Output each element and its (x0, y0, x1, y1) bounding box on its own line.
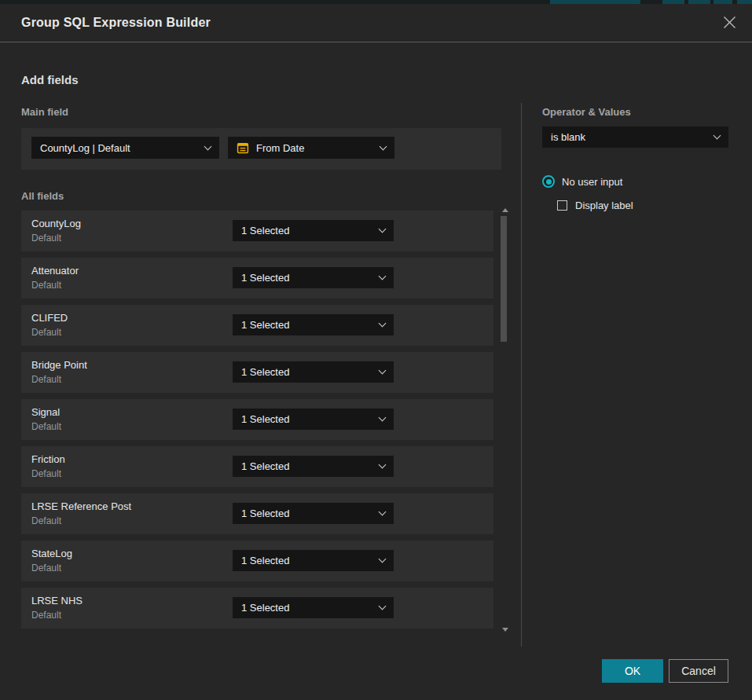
scrollbar-up-arrow-icon[interactable] (502, 208, 508, 212)
chevron-down-icon (204, 142, 212, 150)
chevron-down-icon (379, 225, 387, 233)
main-field-value: From Date (256, 142, 373, 154)
field-subtitle: Default (31, 374, 61, 385)
field-row: LRSE Reference Post Default 1 Selected (21, 493, 493, 534)
group-sql-expression-builder-dialog: Group SQL Expression Builder Add fields … (0, 4, 752, 700)
field-selection-dropdown[interactable]: 1 Selected (233, 409, 394, 430)
operator-values-heading: Operator & Values (542, 106, 631, 118)
chevron-down-icon (713, 132, 721, 140)
field-selection-value: 1 Selected (241, 460, 380, 472)
chevron-down-icon (379, 461, 387, 469)
field-name: Signal (31, 406, 60, 418)
field-selection-value: 1 Selected (241, 508, 380, 519)
layer-source-dropdown[interactable]: CountyLog | Default (31, 137, 219, 159)
chevron-down-icon (379, 555, 387, 563)
scrollbar-down-arrow-icon[interactable] (502, 628, 508, 632)
field-name: Bridge Point (31, 359, 87, 371)
chevron-down-icon (379, 273, 387, 280)
field-name: CountyLog (31, 218, 81, 229)
field-selection-dropdown[interactable]: 1 Selected (233, 220, 394, 241)
field-selection-dropdown[interactable]: 1 Selected (233, 597, 394, 618)
dialog-titlebar: Group SQL Expression Builder (0, 4, 752, 42)
scrollbar-thumb[interactable] (501, 216, 507, 342)
close-icon (723, 16, 736, 32)
main-field-panel: CountyLog | Default From Date (21, 128, 501, 170)
field-selection-value: 1 Selected (241, 272, 380, 284)
field-selection-dropdown[interactable]: 1 Selected (233, 456, 394, 477)
fields-list-scrollbar[interactable] (498, 207, 512, 633)
chevron-down-icon (379, 320, 387, 328)
checkbox-unchecked-icon (557, 200, 567, 211)
field-name: LRSE NHS (31, 595, 83, 607)
field-selection-dropdown[interactable]: 1 Selected (233, 550, 394, 571)
field-subtitle: Default (31, 515, 61, 526)
no-user-input-label: No user input (562, 176, 622, 188)
main-field-dropdown[interactable]: From Date (228, 137, 394, 159)
field-selection-value: 1 Selected (241, 413, 380, 425)
field-subtitle: Default (31, 233, 61, 244)
field-row: LRSE NHS Default 1 Selected (21, 588, 493, 629)
chevron-down-icon (379, 414, 387, 422)
field-subtitle: Default (31, 280, 61, 291)
field-name: Attenuator (31, 265, 79, 277)
field-row: Attenuator Default 1 Selected (21, 258, 493, 299)
all-fields-list: CountyLog Default 1 Selected Attenuator … (21, 211, 493, 629)
field-name: LRSE Reference Post (31, 500, 131, 512)
operator-value: is blank (551, 131, 714, 143)
chevron-down-icon (379, 508, 387, 516)
dialog-title: Group SQL Expression Builder (21, 16, 211, 30)
chevron-down-icon (380, 142, 387, 150)
no-user-input-radio-row[interactable]: No user input (542, 175, 622, 188)
field-selection-value: 1 Selected (241, 319, 380, 331)
field-selection-value: 1 Selected (241, 555, 380, 566)
display-label-label: Display label (575, 200, 633, 211)
field-selection-value: 1 Selected (241, 225, 380, 236)
close-button[interactable] (719, 13, 739, 34)
field-subtitle: Default (31, 610, 61, 621)
panel-divider (521, 103, 522, 647)
field-selection-dropdown[interactable]: 1 Selected (233, 361, 394, 383)
field-selection-dropdown[interactable]: 1 Selected (233, 503, 394, 524)
field-selection-dropdown[interactable]: 1 Selected (233, 314, 394, 335)
field-name: StateLog (31, 548, 72, 559)
field-row: Friction Default 1 Selected (21, 446, 493, 487)
cancel-button[interactable]: Cancel (669, 659, 728, 683)
all-fields-label: All fields (21, 190, 64, 202)
field-subtitle: Default (31, 421, 61, 432)
field-row: CountyLog Default 1 Selected (21, 211, 493, 251)
field-row: Bridge Point Default 1 Selected (21, 352, 493, 393)
radio-selected-icon (542, 175, 555, 188)
add-fields-heading: Add fields (21, 73, 79, 86)
field-row: StateLog Default 1 Selected (21, 541, 493, 581)
field-name: CLIFED (31, 312, 68, 324)
calendar-date-icon (237, 141, 249, 154)
field-row: CLIFED Default 1 Selected (21, 305, 493, 346)
chevron-down-icon (379, 367, 387, 375)
field-subtitle: Default (31, 563, 61, 574)
field-name: Friction (31, 453, 65, 465)
field-selection-dropdown[interactable]: 1 Selected (233, 267, 394, 288)
layer-source-value: CountyLog | Default (40, 142, 205, 154)
field-row: Signal Default 1 Selected (21, 399, 493, 440)
field-subtitle: Default (31, 468, 61, 479)
main-field-label: Main field (21, 106, 68, 118)
operator-dropdown[interactable]: is blank (542, 126, 728, 148)
field-selection-value: 1 Selected (241, 602, 380, 614)
field-selection-value: 1 Selected (241, 366, 380, 378)
chevron-down-icon (379, 603, 387, 610)
field-subtitle: Default (31, 327, 61, 338)
display-label-checkbox-row[interactable]: Display label (557, 200, 633, 211)
ok-button[interactable]: OK (602, 659, 663, 683)
